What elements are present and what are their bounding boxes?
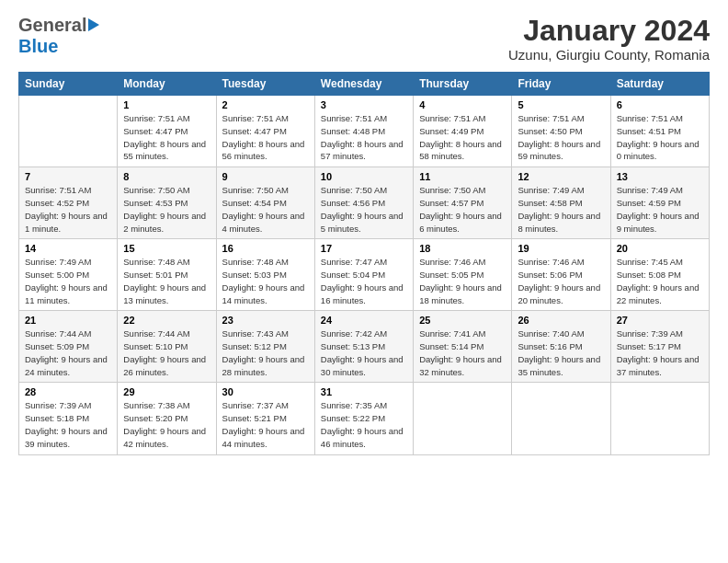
day-number: 24 bbox=[321, 315, 407, 326]
day-number: 8 bbox=[123, 171, 210, 182]
day-number: 21 bbox=[25, 315, 111, 326]
day-number: 14 bbox=[25, 243, 111, 254]
day-number: 12 bbox=[518, 171, 604, 182]
day-info: Sunrise: 7:44 AMSunset: 5:09 PMDaylight:… bbox=[25, 327, 111, 378]
week-row-2: 7Sunrise: 7:51 AMSunset: 4:52 PMDaylight… bbox=[19, 167, 710, 239]
calendar-cell: 23Sunrise: 7:43 AMSunset: 5:12 PMDayligh… bbox=[216, 311, 314, 383]
week-row-1: 1Sunrise: 7:51 AMSunset: 4:47 PMDaylight… bbox=[19, 96, 710, 167]
header-row: SundayMondayTuesdayWednesdayThursdayFrid… bbox=[19, 73, 710, 96]
day-number: 16 bbox=[222, 243, 309, 254]
day-header-friday: Friday bbox=[512, 73, 610, 96]
day-info: Sunrise: 7:51 AMSunset: 4:48 PMDaylight:… bbox=[321, 112, 407, 163]
day-info: Sunrise: 7:48 AMSunset: 5:01 PMDaylight:… bbox=[123, 256, 210, 306]
day-number: 25 bbox=[419, 315, 506, 326]
logo-arrow-icon bbox=[88, 18, 99, 31]
calendar-cell: 4Sunrise: 7:51 AMSunset: 4:49 PMDaylight… bbox=[414, 96, 512, 167]
day-number: 5 bbox=[518, 99, 604, 110]
calendar-cell bbox=[414, 383, 512, 454]
calendar-cell: 20Sunrise: 7:45 AMSunset: 5:08 PMDayligh… bbox=[610, 239, 709, 311]
calendar-title: January 2024 bbox=[508, 15, 710, 47]
day-number: 30 bbox=[222, 386, 309, 397]
calendar-cell: 6Sunrise: 7:51 AMSunset: 4:51 PMDaylight… bbox=[610, 96, 709, 167]
day-info: Sunrise: 7:42 AMSunset: 5:13 PMDaylight:… bbox=[321, 327, 407, 378]
day-info: Sunrise: 7:51 AMSunset: 4:49 PMDaylight:… bbox=[419, 112, 506, 163]
day-number: 10 bbox=[321, 171, 407, 182]
day-info: Sunrise: 7:51 AMSunset: 4:50 PMDaylight:… bbox=[518, 112, 604, 163]
calendar-cell: 27Sunrise: 7:39 AMSunset: 5:17 PMDayligh… bbox=[610, 311, 709, 383]
day-number: 6 bbox=[617, 99, 703, 110]
calendar-cell: 8Sunrise: 7:50 AMSunset: 4:53 PMDaylight… bbox=[118, 167, 216, 239]
day-info: Sunrise: 7:39 AMSunset: 5:18 PMDaylight:… bbox=[25, 399, 111, 450]
calendar-cell: 2Sunrise: 7:51 AMSunset: 4:47 PMDaylight… bbox=[216, 96, 314, 167]
day-info: Sunrise: 7:50 AMSunset: 4:53 PMDaylight:… bbox=[123, 184, 210, 235]
day-number: 9 bbox=[222, 171, 309, 182]
calendar-cell: 3Sunrise: 7:51 AMSunset: 4:48 PMDaylight… bbox=[314, 96, 413, 167]
day-number: 20 bbox=[617, 243, 703, 254]
calendar-cell: 16Sunrise: 7:48 AMSunset: 5:03 PMDayligh… bbox=[216, 239, 314, 311]
calendar-cell: 14Sunrise: 7:49 AMSunset: 5:00 PMDayligh… bbox=[19, 239, 118, 311]
day-info: Sunrise: 7:49 AMSunset: 4:59 PMDaylight:… bbox=[617, 184, 703, 235]
header: General Blue January 2024 Uzunu, Giurgiu… bbox=[18, 15, 710, 63]
calendar-cell: 28Sunrise: 7:39 AMSunset: 5:18 PMDayligh… bbox=[19, 383, 118, 454]
calendar-cell: 19Sunrise: 7:46 AMSunset: 5:06 PMDayligh… bbox=[512, 239, 610, 311]
calendar-cell: 29Sunrise: 7:38 AMSunset: 5:20 PMDayligh… bbox=[118, 383, 216, 454]
day-number: 31 bbox=[321, 386, 407, 397]
day-number: 17 bbox=[321, 243, 407, 254]
day-number: 29 bbox=[123, 386, 210, 397]
day-info: Sunrise: 7:51 AMSunset: 4:47 PMDaylight:… bbox=[123, 112, 210, 163]
day-info: Sunrise: 7:49 AMSunset: 5:00 PMDaylight:… bbox=[25, 256, 111, 306]
day-number: 26 bbox=[518, 315, 604, 326]
calendar-cell: 31Sunrise: 7:35 AMSunset: 5:22 PMDayligh… bbox=[314, 383, 413, 454]
day-info: Sunrise: 7:44 AMSunset: 5:10 PMDaylight:… bbox=[123, 327, 210, 378]
day-info: Sunrise: 7:45 AMSunset: 5:08 PMDaylight:… bbox=[617, 256, 703, 306]
day-number: 19 bbox=[518, 243, 604, 254]
calendar-cell bbox=[512, 383, 610, 454]
day-number: 23 bbox=[222, 315, 309, 326]
day-info: Sunrise: 7:48 AMSunset: 5:03 PMDaylight:… bbox=[222, 256, 309, 306]
day-info: Sunrise: 7:41 AMSunset: 5:14 PMDaylight:… bbox=[419, 327, 506, 378]
day-number: 28 bbox=[25, 386, 111, 397]
calendar-cell: 24Sunrise: 7:42 AMSunset: 5:13 PMDayligh… bbox=[314, 311, 413, 383]
calendar-cell: 7Sunrise: 7:51 AMSunset: 4:52 PMDaylight… bbox=[19, 167, 118, 239]
day-info: Sunrise: 7:46 AMSunset: 5:06 PMDaylight:… bbox=[518, 256, 604, 306]
calendar-subtitle: Uzunu, Giurgiu County, Romania bbox=[508, 47, 710, 63]
day-header-monday: Monday bbox=[118, 73, 216, 96]
day-number: 27 bbox=[617, 315, 703, 326]
calendar-cell bbox=[610, 383, 709, 454]
day-info: Sunrise: 7:50 AMSunset: 4:56 PMDaylight:… bbox=[321, 184, 407, 235]
page: General Blue January 2024 Uzunu, Giurgiu… bbox=[0, 0, 728, 563]
calendar-table: SundayMondayTuesdayWednesdayThursdayFrid… bbox=[18, 72, 710, 454]
calendar-cell: 18Sunrise: 7:46 AMSunset: 5:05 PMDayligh… bbox=[414, 239, 512, 311]
day-number: 15 bbox=[123, 243, 210, 254]
calendar-cell: 10Sunrise: 7:50 AMSunset: 4:56 PMDayligh… bbox=[314, 167, 413, 239]
calendar-cell: 5Sunrise: 7:51 AMSunset: 4:50 PMDaylight… bbox=[512, 96, 610, 167]
day-info: Sunrise: 7:51 AMSunset: 4:47 PMDaylight:… bbox=[222, 112, 309, 163]
day-number: 4 bbox=[419, 99, 506, 110]
week-row-5: 28Sunrise: 7:39 AMSunset: 5:18 PMDayligh… bbox=[19, 383, 710, 454]
logo-blue: Blue bbox=[18, 36, 58, 57]
day-number: 22 bbox=[123, 315, 210, 326]
day-info: Sunrise: 7:51 AMSunset: 4:51 PMDaylight:… bbox=[617, 112, 703, 163]
day-info: Sunrise: 7:46 AMSunset: 5:05 PMDaylight:… bbox=[419, 256, 506, 306]
day-number: 2 bbox=[222, 99, 309, 110]
day-header-wednesday: Wednesday bbox=[314, 73, 413, 96]
calendar-cell: 17Sunrise: 7:47 AMSunset: 5:04 PMDayligh… bbox=[314, 239, 413, 311]
day-header-saturday: Saturday bbox=[610, 73, 709, 96]
day-header-tuesday: Tuesday bbox=[216, 73, 314, 96]
day-info: Sunrise: 7:49 AMSunset: 4:58 PMDaylight:… bbox=[518, 184, 604, 235]
day-info: Sunrise: 7:37 AMSunset: 5:21 PMDaylight:… bbox=[222, 399, 309, 450]
calendar-cell: 30Sunrise: 7:37 AMSunset: 5:21 PMDayligh… bbox=[216, 383, 314, 454]
day-number: 1 bbox=[123, 99, 210, 110]
logo: General Blue bbox=[18, 15, 99, 57]
day-number: 18 bbox=[419, 243, 506, 254]
day-info: Sunrise: 7:50 AMSunset: 4:57 PMDaylight:… bbox=[419, 184, 506, 235]
calendar-cell: 12Sunrise: 7:49 AMSunset: 4:58 PMDayligh… bbox=[512, 167, 610, 239]
calendar-cell: 9Sunrise: 7:50 AMSunset: 4:54 PMDaylight… bbox=[216, 167, 314, 239]
day-info: Sunrise: 7:47 AMSunset: 5:04 PMDaylight:… bbox=[321, 256, 407, 306]
calendar-cell: 11Sunrise: 7:50 AMSunset: 4:57 PMDayligh… bbox=[414, 167, 512, 239]
day-header-sunday: Sunday bbox=[19, 73, 118, 96]
day-info: Sunrise: 7:35 AMSunset: 5:22 PMDaylight:… bbox=[321, 399, 407, 450]
calendar-cell: 15Sunrise: 7:48 AMSunset: 5:01 PMDayligh… bbox=[118, 239, 216, 311]
calendar-cell: 13Sunrise: 7:49 AMSunset: 4:59 PMDayligh… bbox=[610, 167, 709, 239]
day-number: 3 bbox=[321, 99, 407, 110]
